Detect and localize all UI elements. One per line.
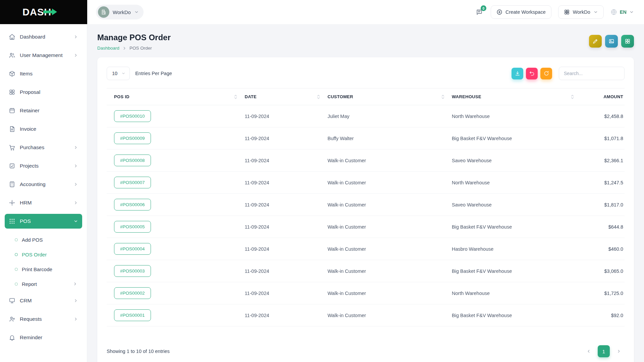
- workdo-menu-label: WorkDo: [573, 9, 590, 15]
- page-header-actions: [589, 35, 634, 48]
- dash-logo: DASH: [22, 6, 65, 18]
- theme-button[interactable]: [605, 35, 618, 48]
- submenu-item-add-pos[interactable]: Add POS: [15, 232, 82, 247]
- pos-id-link[interactable]: #POS00010: [114, 110, 151, 122]
- sidebar-item-reminder[interactable]: Reminder: [5, 330, 82, 345]
- sidebar-item-accounting[interactable]: Accounting: [5, 177, 82, 192]
- sidebar-item-label: POS: [20, 218, 31, 224]
- grid-view-button[interactable]: [621, 35, 634, 48]
- sidebar-item-requests[interactable]: Requests: [5, 312, 82, 326]
- clipboard-check-icon: [9, 163, 15, 169]
- sidebar-item-projects[interactable]: Projects: [5, 159, 82, 173]
- sidebar-item-label: Retainer: [20, 108, 40, 114]
- date-cell: 11-09-2024: [241, 282, 324, 304]
- sidebar-item-label: User Management: [20, 52, 63, 58]
- sidebar-item-label: CRM: [20, 298, 32, 304]
- pos-id-cell: #POS00006: [107, 194, 241, 216]
- chevron-left-icon: [586, 349, 591, 354]
- plus-circle-icon: [496, 9, 502, 15]
- chevron-down-icon: [134, 10, 139, 14]
- amount-cell: $3,065.0: [578, 260, 625, 282]
- pos-id-link[interactable]: #POS00008: [114, 155, 151, 166]
- column-header-customer[interactable]: CUSTOMER: [324, 88, 448, 105]
- sidebar-item-purchases[interactable]: Purchases: [5, 140, 82, 155]
- pos-id-link[interactable]: #POS00007: [114, 177, 151, 188]
- sidebar-item-label: Invoice: [20, 126, 36, 132]
- submenu-item-pos-order[interactable]: POS Order: [15, 247, 82, 262]
- edit-button[interactable]: [589, 35, 602, 48]
- column-header-warehouse[interactable]: WAREHOUSE: [448, 88, 578, 105]
- submenu-item-report[interactable]: Report: [15, 277, 82, 291]
- date-cell: 11-09-2024: [241, 304, 324, 326]
- workspace-name: WorkDo: [113, 9, 131, 15]
- sidebar-item-invoice[interactable]: Invoice: [5, 122, 82, 136]
- workdo-menu-button[interactable]: WorkDo: [558, 5, 604, 19]
- home-icon: [9, 34, 15, 40]
- entries-per-page-select[interactable]: 10: [107, 67, 130, 80]
- sidebar-item-hrm[interactable]: HRM: [5, 195, 82, 210]
- table-row: #POS0000611-09-2024Walk-in CustomerSaveo…: [107, 194, 625, 216]
- refresh-button[interactable]: [540, 68, 552, 79]
- submenu-item-label: Add POS: [22, 237, 43, 243]
- warehouse-cell: Big Basket F&V Warehouse: [448, 260, 578, 282]
- customer-cell: Walk-in Customer: [324, 238, 448, 260]
- pos-id-link[interactable]: #POS00003: [114, 265, 151, 277]
- chevron-right-icon: [73, 53, 78, 58]
- sidebar-item-retainer[interactable]: Retainer: [5, 103, 82, 118]
- sidebar-item-user-management[interactable]: User Management: [5, 48, 82, 63]
- column-header-pos-id[interactable]: POS ID: [107, 88, 241, 105]
- calendar-icon: [9, 107, 15, 114]
- chevron-right-icon: [73, 182, 78, 187]
- warehouse-cell: Saveo Warehouse: [448, 194, 578, 216]
- amount-cell: $1,817.0: [578, 194, 625, 216]
- pos-id-cell: #POS00002: [107, 282, 241, 304]
- column-header-amount[interactable]: AMOUNT: [578, 88, 625, 105]
- pos-id-link[interactable]: #POS00005: [114, 221, 151, 233]
- pagination-next-button[interactable]: [613, 346, 625, 357]
- sidebar-item-items[interactable]: Items: [5, 66, 82, 81]
- sidebar-item-pos[interactable]: POS: [5, 214, 82, 229]
- sidebar-item-dashboard[interactable]: Dashboard: [5, 29, 82, 44]
- chevron-down-icon: [121, 71, 125, 75]
- sidebar-item-crm[interactable]: CRM: [5, 293, 82, 308]
- bullet-icon: [15, 253, 18, 256]
- amount-cell: $1,725.0: [578, 282, 625, 304]
- chevron-right-icon: [73, 164, 78, 168]
- sidebar-item-proposal[interactable]: Proposal: [5, 85, 82, 100]
- pos-id-link[interactable]: #POS00002: [114, 287, 151, 299]
- column-header-date[interactable]: DATE: [241, 88, 324, 105]
- messages-button[interactable]: 0: [475, 7, 484, 17]
- warehouse-cell: Big Basket F&V Warehouse: [448, 127, 578, 149]
- submenu-item-label: POS Order: [22, 252, 47, 257]
- sidebar-item-label: Dashboard: [20, 34, 45, 40]
- search-input[interactable]: [559, 67, 625, 80]
- sidebar-item-label: Items: [20, 71, 33, 77]
- breadcrumb-dashboard-link[interactable]: Dashboard: [97, 46, 119, 51]
- language-selector[interactable]: EN: [610, 9, 634, 15]
- table-row: #POS0000711-09-2024Walk-in CustomerNorth…: [107, 172, 625, 194]
- customer-cell: Walk-in Customer: [324, 304, 448, 326]
- amount-cell: $2,366.1: [578, 149, 625, 172]
- pos-id-link[interactable]: #POS00009: [114, 132, 151, 144]
- pos-id-link[interactable]: #POS00004: [114, 243, 151, 255]
- workspace-avatar-icon: [98, 6, 109, 18]
- date-cell: 11-09-2024: [241, 238, 324, 260]
- sidebar: Dashboard User Management Items Proposal…: [0, 24, 87, 362]
- chevron-right-icon: [73, 298, 78, 303]
- reset-button[interactable]: [526, 68, 538, 79]
- amount-cell: $2,458.8: [578, 105, 625, 127]
- pos-id-link[interactable]: #POS00001: [114, 309, 151, 321]
- pagination-page-1-button[interactable]: 1: [598, 345, 610, 357]
- workspace-switcher[interactable]: WorkDo: [96, 5, 144, 19]
- export-button[interactable]: [512, 68, 523, 79]
- date-cell: 11-09-2024: [241, 127, 324, 149]
- language-label: EN: [620, 9, 627, 15]
- pos-id-link[interactable]: #POS00006: [114, 199, 151, 210]
- submenu-item-print-barcode[interactable]: Print Barcode: [15, 262, 82, 277]
- globe-icon: [610, 9, 617, 15]
- create-workspace-button[interactable]: Create Workspace: [491, 5, 551, 19]
- chevron-right-icon: [73, 317, 78, 321]
- date-cell: 11-09-2024: [241, 194, 324, 216]
- pagination-prev-button[interactable]: [583, 346, 594, 357]
- entries-control: 10 Entries Per Page: [107, 67, 172, 80]
